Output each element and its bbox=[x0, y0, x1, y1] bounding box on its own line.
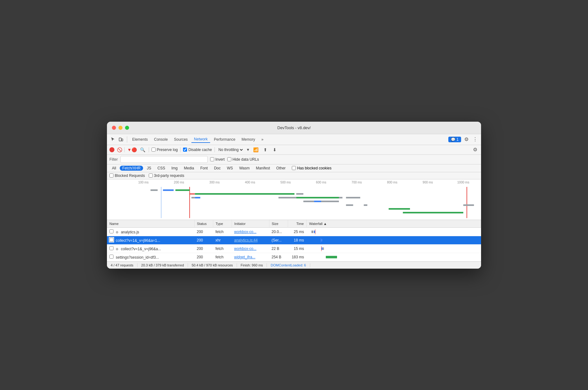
invert-label[interactable]: Invert bbox=[210, 157, 225, 162]
filter-icon[interactable]: ▼🔴 bbox=[127, 147, 137, 152]
cursor-icon[interactable] bbox=[109, 136, 116, 143]
tick-600ms: 600 ms bbox=[303, 181, 339, 184]
record-button[interactable] bbox=[109, 147, 114, 152]
row-name: settings?session_id=df3... bbox=[107, 253, 194, 261]
type-btn-wasm[interactable]: Wasm bbox=[237, 166, 252, 171]
mini-waterfall bbox=[309, 246, 479, 251]
tab-performance[interactable]: Performance bbox=[211, 136, 238, 143]
row-status: 200 bbox=[194, 244, 213, 253]
col-time[interactable]: Time bbox=[288, 220, 306, 228]
device-toolbar-icon[interactable] bbox=[118, 136, 124, 143]
row-size: 254 B bbox=[269, 253, 288, 261]
row-checkbox[interactable] bbox=[109, 238, 113, 242]
tab-network[interactable]: Network bbox=[191, 136, 210, 143]
devtools-window: DevTools - v8.dev/ Elements Console Sour… bbox=[107, 122, 481, 269]
search-icon[interactable]: 🔍 bbox=[139, 146, 146, 153]
row-checkbox[interactable] bbox=[109, 246, 113, 250]
traffic-lights bbox=[112, 126, 129, 130]
type-btn-media[interactable]: Media bbox=[181, 166, 197, 171]
tab-elements[interactable]: Elements bbox=[130, 136, 150, 143]
window-title: DevTools - v8.dev/ bbox=[277, 125, 311, 130]
hide-data-urls-checkbox[interactable] bbox=[227, 157, 231, 161]
dom-content-link[interactable]: DOMContentLoaded: 6 bbox=[271, 263, 306, 267]
svg-rect-24 bbox=[463, 204, 474, 206]
third-party-label[interactable]: 3rd-party requests bbox=[149, 173, 184, 178]
col-name[interactable]: Name bbox=[107, 220, 194, 228]
has-blocked-cookies-label[interactable]: Has blocked cookies bbox=[292, 166, 331, 170]
initiator-link[interactable]: workbox-co... bbox=[234, 246, 256, 251]
filter-input[interactable] bbox=[120, 156, 208, 163]
invert-checkbox[interactable] bbox=[210, 157, 214, 161]
type-btn-manifest[interactable]: Manifest bbox=[253, 166, 272, 171]
mini-waterfall bbox=[309, 229, 479, 234]
clear-button[interactable]: 🚫 bbox=[117, 147, 122, 152]
svg-rect-15 bbox=[339, 197, 342, 198]
messages-badge-button[interactable]: 💬 1 bbox=[448, 137, 461, 142]
row-checkbox[interactable] bbox=[109, 229, 113, 233]
tab-console[interactable]: Console bbox=[152, 136, 170, 143]
wifi-icon[interactable]: 📶 bbox=[253, 146, 259, 153]
disable-cache-checkbox[interactable] bbox=[183, 148, 187, 152]
download-icon[interactable]: ⬇ bbox=[271, 146, 278, 153]
more-menu-icon[interactable]: ⋮ bbox=[472, 136, 479, 143]
separator-3 bbox=[180, 147, 181, 152]
type-btn-font[interactable]: Font bbox=[198, 166, 210, 171]
separator-4 bbox=[214, 147, 215, 152]
settings-icon[interactable]: ⚙ bbox=[463, 136, 470, 143]
nt-settings-icon[interactable]: ⚙ bbox=[472, 146, 479, 153]
initiator-link[interactable]: analytics.js:44 bbox=[234, 238, 258, 242]
table-row[interactable]: collect?v=1&_v=j96&a=1... 200 xhr analyt… bbox=[107, 236, 481, 244]
minimize-button[interactable] bbox=[118, 126, 123, 130]
row-time: 15 ms bbox=[288, 244, 306, 253]
row-status: 200 bbox=[194, 253, 213, 261]
col-type[interactable]: Type bbox=[213, 220, 232, 228]
col-size[interactable]: Size bbox=[269, 220, 288, 228]
table-row[interactable]: ⚙ collect?v=1&_v=j96&a... 200 fetch work… bbox=[107, 244, 481, 253]
type-btn-js[interactable]: JS bbox=[144, 166, 154, 171]
col-initiator[interactable]: Initiator bbox=[232, 220, 269, 228]
disable-cache-label[interactable]: Disable cache bbox=[183, 148, 212, 152]
filter-bar: Filter Invert Hide data URLs bbox=[107, 155, 481, 164]
table-row[interactable]: ⚙ analytics.js 200 fetch workbox-co... 2… bbox=[107, 227, 481, 236]
type-btn-all[interactable]: All bbox=[109, 166, 118, 171]
svg-rect-10 bbox=[296, 193, 303, 195]
row-type: fetch bbox=[213, 253, 232, 261]
network-toolbar: 🚫 ▼🔴 🔍 Preserve log Disable cache No thr… bbox=[107, 145, 481, 155]
blocked-requests-checkbox[interactable] bbox=[109, 173, 113, 178]
toolbar-right: 💬 1 ⚙ ⋮ bbox=[448, 136, 479, 143]
type-btn-doc[interactable]: Doc bbox=[211, 166, 223, 171]
tab-sources[interactable]: Sources bbox=[171, 136, 190, 143]
col-status[interactable]: Status bbox=[194, 220, 213, 228]
type-btn-css[interactable]: CSS bbox=[155, 166, 168, 171]
preserve-log-checkbox[interactable] bbox=[152, 148, 156, 152]
nt-toolbar-right: ⚙ bbox=[472, 146, 479, 153]
col-waterfall[interactable]: Waterfall ▲ bbox=[306, 220, 481, 228]
type-btn-img[interactable]: Img bbox=[169, 166, 180, 171]
initiator-link[interactable]: widget_ifra... bbox=[234, 255, 255, 259]
preserve-log-label[interactable]: Preserve log bbox=[152, 148, 178, 152]
row-waterfall bbox=[306, 227, 481, 236]
row-type: fetch bbox=[213, 227, 232, 236]
svg-rect-14 bbox=[296, 197, 339, 198]
type-btn-fetch-xhr[interactable]: Fetch/XHR bbox=[120, 166, 143, 171]
tab-more[interactable]: » bbox=[259, 136, 266, 143]
hide-data-urls-label[interactable]: Hide data URLs bbox=[227, 157, 259, 162]
tab-memory[interactable]: Memory bbox=[239, 136, 258, 143]
filter-options: Invert Hide data URLs bbox=[210, 157, 259, 162]
row-checkbox[interactable] bbox=[109, 255, 113, 259]
third-party-checkbox[interactable] bbox=[149, 173, 153, 178]
has-blocked-cookies-checkbox[interactable] bbox=[292, 166, 296, 170]
row-name: ⚙ collect?v=1&_v=j96&a... bbox=[107, 244, 194, 253]
upload-icon[interactable]: ⬆ bbox=[262, 146, 269, 153]
type-btn-other[interactable]: Other bbox=[274, 166, 288, 171]
throttle-select[interactable]: No throttling bbox=[217, 147, 244, 152]
blocked-requests-label[interactable]: Blocked Requests bbox=[109, 173, 145, 178]
close-button[interactable] bbox=[112, 126, 116, 130]
table-header-row: Name Status Type Initiator Size Time Wat… bbox=[107, 220, 481, 228]
type-btn-ws[interactable]: WS bbox=[224, 166, 235, 171]
table-row[interactable]: settings?session_id=df3... 200 fetch wid… bbox=[107, 253, 481, 261]
waterfall-chart: 100 ms 200 ms 300 ms 400 ms 500 ms 600 m… bbox=[107, 179, 481, 220]
network-table: Name Status Type Initiator Size Time Wat… bbox=[107, 220, 481, 261]
initiator-link[interactable]: workbox-co... bbox=[234, 230, 256, 234]
maximize-button[interactable] bbox=[125, 126, 129, 130]
